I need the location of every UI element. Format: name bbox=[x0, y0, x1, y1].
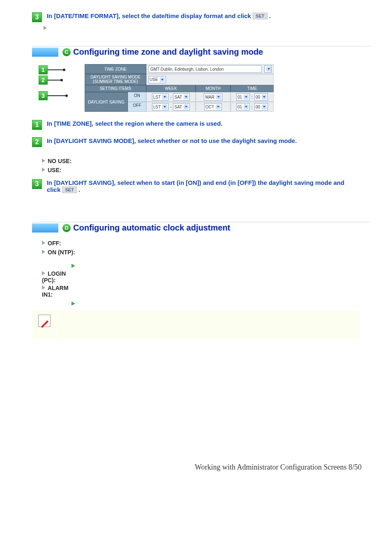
arrow-right-icon bbox=[71, 264, 75, 268]
chevron-down-icon bbox=[266, 67, 271, 71]
row-on: ON bbox=[128, 92, 146, 102]
callout-1: 1 bbox=[39, 65, 65, 74]
row-off: OFF bbox=[128, 102, 146, 112]
label-daylight-saving: DAYLIGHT SAVING bbox=[85, 92, 128, 112]
col-month: MONTH bbox=[196, 85, 231, 92]
option-nouse: NO USE: bbox=[48, 158, 71, 164]
chevron-right-icon bbox=[44, 26, 47, 30]
page-footer: Working with Administrator Configuration… bbox=[22, 463, 370, 472]
bullet-icon bbox=[42, 168, 45, 172]
step-text: In [DAYLIGHT SAVING MODE], select whethe… bbox=[47, 137, 297, 144]
note-icon bbox=[38, 315, 51, 327]
step-number-3: 3 bbox=[32, 12, 42, 22]
set-button[interactable]: SET bbox=[62, 187, 76, 193]
callout-2: 2 bbox=[39, 76, 63, 85]
step-text: In [DAYLIGHT SAVING], select when to sta… bbox=[47, 179, 359, 193]
step-number-3: 3 bbox=[32, 179, 42, 189]
col-week: WEEK bbox=[146, 85, 196, 92]
option-alarm: ALARM IN1: bbox=[42, 285, 69, 298]
option-login: LOGIN (PC): bbox=[42, 270, 66, 283]
section-d-header: D Configuring automatic clock adjustment bbox=[32, 222, 370, 233]
step-number-1: 1 bbox=[32, 120, 42, 130]
col-time: TIME bbox=[231, 85, 274, 92]
select-dst-mode[interactable]: USE bbox=[146, 74, 274, 85]
step-text-b: . bbox=[269, 12, 271, 19]
section-letter-c: C bbox=[62, 48, 71, 56]
on-week[interactable]: LST- SAT bbox=[146, 92, 196, 102]
step-row: 2 In [DAYLIGHT SAVING MODE], select whet… bbox=[32, 137, 370, 147]
settings-screenshot: 1 2 3 TIME ZONE GMT Dublin, Edinburgh, L… bbox=[60, 64, 290, 112]
set-button[interactable]: SET bbox=[253, 13, 267, 19]
step-row: 3 In [DATE/TIME FORMAT], select the date… bbox=[32, 12, 370, 22]
option-list: NO USE: USE: bbox=[42, 158, 370, 173]
section-letter-d: D bbox=[62, 224, 71, 232]
callout-3: 3 bbox=[39, 91, 68, 100]
step-row: 3 In [DAYLIGHT SAVING], select when to s… bbox=[32, 179, 370, 193]
section-title: Configuring time zone and daylight savin… bbox=[73, 47, 263, 57]
section-title: Configuring automatic clock adjustment bbox=[73, 223, 230, 233]
label-dst-mode: DAYLIGHT SAVING MODE (SUMMER TIME MODE) bbox=[85, 74, 146, 85]
off-week[interactable]: LST- SAT bbox=[146, 102, 196, 112]
header-accent-bar bbox=[32, 223, 58, 233]
bullet-icon bbox=[42, 286, 45, 290]
section-c-header: C Configuring time zone and daylight sav… bbox=[32, 46, 370, 57]
select-timezone[interactable]: GMT Dublin, Edinburgh, Lisbon, London bbox=[146, 64, 274, 74]
on-month[interactable]: MAR bbox=[196, 92, 231, 102]
off-time[interactable]: 01: 00 bbox=[231, 102, 274, 112]
step-text: In [DATE/TIME FORMAT], select the date/t… bbox=[47, 12, 271, 19]
bullet-icon bbox=[42, 271, 45, 275]
label-timezone: TIME ZONE bbox=[85, 64, 146, 74]
option-use: USE: bbox=[48, 167, 61, 173]
step-row: 1 In [TIME ZONE], select the region wher… bbox=[32, 120, 370, 130]
option-off: OFF: bbox=[48, 240, 61, 246]
off-month[interactable]: OCT bbox=[196, 102, 231, 112]
step-text: In [TIME ZONE], select the region where … bbox=[47, 120, 223, 127]
callout-num-1: 1 bbox=[39, 65, 48, 74]
bullet-icon bbox=[42, 159, 45, 163]
note-box bbox=[32, 310, 360, 340]
bullet-icon bbox=[42, 241, 45, 245]
step-text-a: In [DATE/TIME FORMAT], select the date/t… bbox=[47, 12, 253, 19]
header-accent-bar bbox=[32, 48, 58, 57]
arrow-right-icon bbox=[71, 302, 75, 306]
chevron-down-icon bbox=[160, 77, 165, 82]
step-number-2: 2 bbox=[32, 137, 42, 147]
col-setting-items: SETTING ITEMS bbox=[85, 85, 146, 92]
option-on-ntp: ON (NTP): bbox=[48, 249, 75, 256]
bullet-icon bbox=[42, 250, 45, 254]
callout-num-2: 2 bbox=[39, 76, 48, 85]
on-time[interactable]: 01: 00 bbox=[231, 92, 274, 102]
callout-num-3: 3 bbox=[39, 91, 48, 100]
option-list: OFF: ON (NTP): bbox=[42, 240, 370, 256]
option-list: LOGIN (PC): ALARM IN1: bbox=[42, 270, 370, 298]
